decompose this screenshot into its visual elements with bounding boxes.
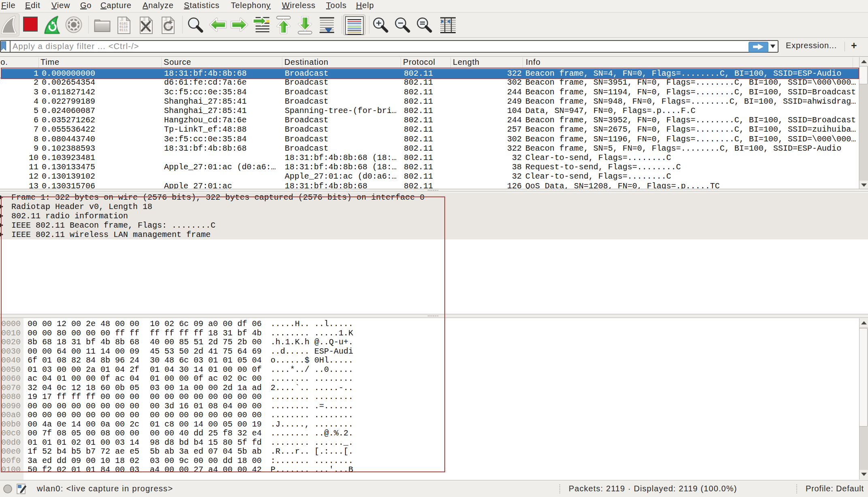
svg-text:0111: 0111 bbox=[119, 28, 128, 32]
